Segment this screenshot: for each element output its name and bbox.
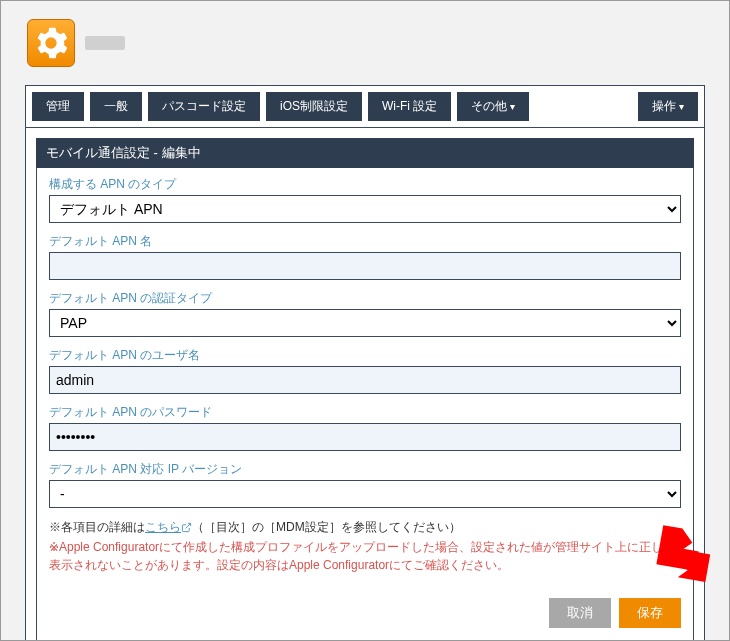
footnote-warning: ※Apple Configuratorにて作成した構成プロファイルをアップロード…: [49, 540, 675, 572]
label-apn-pass: デフォルト APN のパスワード: [49, 404, 681, 421]
input-apn-name[interactable]: [49, 252, 681, 280]
label-apn-auth: デフォルト APN の認証タイプ: [49, 290, 681, 307]
form-body: 構成する APN のタイプ デフォルト APN デフォルト APN 名 デフォル…: [36, 168, 694, 641]
tab-ios-restrict[interactable]: iOS制限設定: [266, 92, 362, 121]
footnote-post: （［目次］の［MDM設定］を参照してください）: [192, 520, 461, 534]
main-panel: 管理 一般 パスコード設定 iOS制限設定 Wi-Fi 設定 その他 操作 モバ…: [25, 85, 705, 641]
label-apn-ipver: デフォルト APN 対応 IP バージョン: [49, 461, 681, 478]
save-button[interactable]: 保存: [619, 598, 681, 628]
select-apn-auth[interactable]: PAP: [49, 309, 681, 337]
select-apn-ipver[interactable]: -: [49, 480, 681, 508]
tab-wifi[interactable]: Wi-Fi 設定: [368, 92, 451, 121]
section-title: モバイル通信設定 - 編集中: [36, 138, 694, 168]
label-apn-name: デフォルト APN 名: [49, 233, 681, 250]
footnote-pre: ※各項目の詳細は: [49, 520, 145, 534]
tab-general[interactable]: 一般: [90, 92, 142, 121]
tab-manage[interactable]: 管理: [32, 92, 84, 121]
cancel-button[interactable]: 取消: [549, 598, 611, 628]
tab-passcode[interactable]: パスコード設定: [148, 92, 260, 121]
brand-row: [27, 19, 729, 67]
footnote-link[interactable]: こちら: [145, 520, 181, 534]
brand-text-placeholder: [85, 36, 125, 50]
tab-other[interactable]: その他: [457, 92, 529, 121]
button-row: 取消 保存: [49, 598, 681, 628]
tab-action[interactable]: 操作: [638, 92, 698, 121]
input-apn-pass[interactable]: [49, 423, 681, 451]
gear-icon: [27, 19, 75, 67]
tab-bar: 管理 一般 パスコード設定 iOS制限設定 Wi-Fi 設定 その他 操作: [26, 86, 704, 128]
external-link-icon: [181, 520, 192, 538]
label-apn-type: 構成する APN のタイプ: [49, 176, 681, 193]
select-apn-type[interactable]: デフォルト APN: [49, 195, 681, 223]
footnote: ※各項目の詳細はこちら（［目次］の［MDM設定］を参照してください） ※Appl…: [49, 518, 681, 574]
content-area: モバイル通信設定 - 編集中 構成する APN のタイプ デフォルト APN デ…: [26, 128, 704, 641]
input-apn-user[interactable]: [49, 366, 681, 394]
label-apn-user: デフォルト APN のユーザ名: [49, 347, 681, 364]
